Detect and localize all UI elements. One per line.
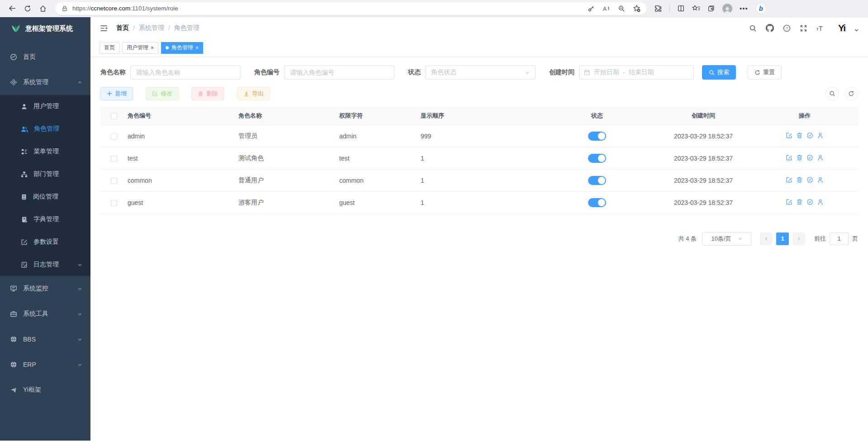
row-assign-user-icon[interactable] (817, 176, 824, 183)
row-data-scope-icon[interactable] (806, 199, 813, 205)
browser-refresh-button[interactable] (20, 2, 35, 15)
status-select[interactable]: 角色状态 (425, 65, 536, 80)
reset-button[interactable]: 重置 (748, 65, 782, 80)
table-header-row: 角色编号 角色名称 权限字符 显示顺序 状态 创建时间 操作 (100, 107, 859, 125)
row-edit-icon[interactable] (786, 176, 792, 183)
sidebar-item-users[interactable]: 用户管理 (0, 95, 90, 118)
sidebar-item-monitor[interactable]: 系统监控 (0, 276, 90, 301)
row-checkbox[interactable] (111, 200, 117, 206)
status-toggle[interactable] (588, 176, 606, 185)
prev-page-button[interactable] (760, 232, 773, 245)
row-checkbox[interactable] (111, 178, 117, 184)
add-favorite-icon[interactable] (633, 5, 640, 12)
cell-display-order: 1 (421, 191, 538, 213)
copilot-bing-icon[interactable]: b (755, 3, 767, 14)
fullscreen-icon[interactable] (800, 24, 807, 32)
app-logo[interactable]: 意框架管理系统 (0, 17, 90, 40)
page-size-select[interactable]: 10条/页 (702, 232, 752, 246)
search-button-label: 搜索 (717, 68, 729, 76)
sidebar-item-roles[interactable]: 角色管理 (0, 118, 90, 140)
font-size-icon[interactable]: тT (816, 24, 823, 32)
address-bar[interactable]: https://ccnetcore.com:1101/system/role A (55, 2, 647, 15)
status-toggle[interactable] (588, 132, 606, 141)
row-checkbox[interactable] (111, 133, 117, 140)
tab-home[interactable]: 首页 (100, 42, 119, 54)
browser-more-icon[interactable]: ••• (740, 5, 748, 12)
row-data-scope-icon[interactable] (806, 176, 813, 183)
sidebar-item-posts[interactable]: 岗位管理 (0, 185, 90, 208)
row-edit-icon[interactable] (786, 132, 792, 139)
row-data-scope-icon[interactable] (806, 132, 813, 139)
tab-role-management[interactable]: 角色管理 × (161, 42, 203, 54)
github-icon[interactable] (766, 24, 774, 32)
search-button[interactable]: 搜索 (702, 65, 736, 80)
sidebar-item-menus[interactable]: 菜单管理 (0, 140, 90, 163)
browser-back-button[interactable] (5, 2, 20, 15)
tab-close-icon[interactable]: × (151, 45, 154, 51)
zoom-out-icon[interactable] (618, 5, 625, 12)
delete-button[interactable]: 删除 (191, 87, 224, 100)
status-label: 状态 (408, 68, 421, 76)
breadcrumb: 首页 / 系统管理 / 角色管理 (116, 24, 199, 32)
sidebar-item-logs[interactable]: 日志管理 (0, 253, 90, 276)
row-delete-icon[interactable] (796, 176, 803, 183)
password-key-icon[interactable] (588, 5, 595, 12)
sidebar-item-tools[interactable]: 系统工具 (0, 301, 90, 327)
add-button[interactable]: 新增 (100, 87, 133, 100)
role-code-input[interactable] (284, 65, 394, 80)
sidebar-item-yi-framework[interactable]: Yi框架 (0, 377, 90, 403)
breadcrumb-home[interactable]: 首页 (116, 24, 129, 32)
sidebar-item-system[interactable]: 系统管理 (0, 70, 90, 95)
row-data-scope-icon[interactable] (806, 154, 813, 161)
refresh-table-button[interactable] (844, 87, 858, 100)
svg-text:A: A (603, 5, 607, 12)
date-range-picker[interactable]: 开始日期 - 结束日期 (579, 65, 694, 80)
collections-icon[interactable] (707, 5, 715, 12)
user-dropdown-caret-icon[interactable] (854, 28, 859, 33)
browser-profile-avatar[interactable] (722, 4, 732, 14)
help-icon[interactable]: ? (783, 24, 791, 32)
sidebar-item-parameters[interactable]: 参数设置 (0, 231, 90, 253)
row-delete-icon[interactable] (796, 154, 803, 161)
sidebar-item-label: 参数设置 (33, 238, 82, 246)
row-checkbox[interactable] (111, 156, 117, 162)
gear-icon (10, 79, 17, 86)
select-all-checkbox[interactable] (111, 113, 117, 119)
sidebar-collapse-icon[interactable] (100, 24, 108, 32)
export-button[interactable]: 导出 (237, 87, 270, 100)
next-page-button[interactable] (792, 232, 805, 245)
browser-home-button[interactable] (35, 2, 51, 15)
lock-icon[interactable] (62, 5, 68, 12)
favorites-icon[interactable] (692, 5, 700, 12)
row-edit-icon[interactable] (786, 199, 792, 205)
column-actions: 操作 (751, 107, 859, 125)
sidebar-item-home[interactable]: 首页 (0, 44, 90, 70)
row-delete-icon[interactable] (796, 132, 803, 139)
show-search-toggle-button[interactable] (825, 87, 839, 100)
sidebar-item-departments[interactable]: 部门管理 (0, 163, 90, 185)
row-edit-icon[interactable] (786, 154, 792, 161)
yi-logo[interactable]: Yi (838, 23, 845, 33)
row-delete-icon[interactable] (796, 199, 803, 205)
cell-display-order: 1 (421, 147, 538, 169)
role-name-input[interactable] (130, 65, 241, 80)
read-aloud-icon[interactable]: A (602, 5, 610, 12)
tab-close-icon[interactable]: × (195, 45, 199, 51)
header-search-icon[interactable] (749, 24, 757, 32)
page-number-button[interactable]: 1 (776, 232, 789, 245)
sidebar-item-bbs[interactable]: BBS (0, 327, 90, 352)
row-assign-user-icon[interactable] (817, 132, 824, 139)
breadcrumb-system[interactable]: 系统管理 (139, 24, 164, 32)
edit-button[interactable]: 修改 (146, 87, 179, 100)
row-assign-user-icon[interactable] (817, 154, 824, 161)
status-toggle[interactable] (588, 154, 606, 163)
split-screen-icon[interactable] (677, 5, 685, 12)
row-assign-user-icon[interactable] (817, 199, 824, 205)
tab-user-management[interactable]: 用户管理 × (122, 42, 158, 54)
status-toggle[interactable] (588, 198, 606, 207)
column-status: 状态 (538, 107, 656, 125)
extensions-icon[interactable] (654, 5, 662, 13)
sidebar-item-erp[interactable]: ERP (0, 352, 90, 377)
goto-page-input[interactable] (830, 232, 849, 245)
sidebar-item-dictionary[interactable]: 字典管理 (0, 208, 90, 231)
